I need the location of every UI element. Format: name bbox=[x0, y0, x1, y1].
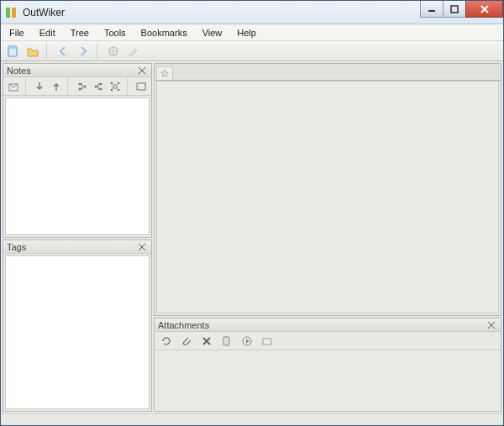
note-tree3-button[interactable] bbox=[108, 78, 122, 95]
svg-line-25 bbox=[139, 244, 145, 250]
open-file-button[interactable] bbox=[24, 43, 41, 60]
app-icon bbox=[4, 6, 18, 19]
editor-tab[interactable] bbox=[156, 66, 173, 80]
svg-line-24 bbox=[139, 244, 145, 250]
attachments-panel-header: Attachments bbox=[155, 318, 501, 332]
svg-rect-7 bbox=[8, 46, 17, 49]
attachments-area[interactable] bbox=[155, 350, 501, 411]
edit-button[interactable] bbox=[125, 43, 142, 60]
svg-point-8 bbox=[109, 47, 118, 55]
maximize-button[interactable] bbox=[443, 1, 466, 18]
toolbar-separator bbox=[127, 78, 129, 95]
tags-panel-title: Tags bbox=[7, 242, 26, 252]
left-column: Notes bbox=[3, 63, 152, 412]
menu-edit[interactable]: Edit bbox=[33, 26, 62, 39]
svg-line-9 bbox=[139, 67, 145, 74]
svg-point-19 bbox=[111, 88, 113, 91]
notes-panel-header: Notes bbox=[3, 64, 151, 77]
svg-line-29 bbox=[203, 338, 210, 344]
svg-point-17 bbox=[100, 87, 102, 90]
svg-point-12 bbox=[78, 82, 81, 85]
new-file-button[interactable] bbox=[4, 43, 21, 60]
svg-point-15 bbox=[95, 85, 97, 87]
notes-panel-close-button[interactable] bbox=[136, 65, 148, 76]
svg-point-21 bbox=[118, 88, 120, 91]
attach-paste-button[interactable] bbox=[218, 333, 235, 350]
tags-panel-close-button[interactable] bbox=[136, 241, 148, 253]
menu-tools[interactable]: Tools bbox=[97, 26, 133, 39]
svg-line-10 bbox=[139, 67, 145, 74]
svg-line-5 bbox=[481, 6, 488, 13]
svg-rect-1 bbox=[12, 8, 16, 18]
note-properties-button[interactable] bbox=[134, 78, 148, 95]
globe-button[interactable] bbox=[105, 43, 122, 60]
menu-view[interactable]: View bbox=[196, 26, 229, 39]
tags-panel: Tags bbox=[3, 239, 152, 412]
svg-rect-30 bbox=[223, 337, 229, 345]
menu-file[interactable]: File bbox=[3, 26, 31, 39]
svg-line-27 bbox=[488, 322, 495, 329]
main-toolbar bbox=[1, 41, 503, 61]
menu-help[interactable]: Help bbox=[230, 26, 263, 39]
notes-panel: Notes bbox=[3, 63, 152, 238]
svg-point-16 bbox=[100, 82, 102, 85]
forward-button[interactable] bbox=[75, 43, 92, 60]
app-window: OutWiker File Edit Tree Tools Bookmarks … bbox=[0, 0, 504, 426]
notes-tree-area[interactable] bbox=[5, 97, 150, 235]
attach-refresh-button[interactable] bbox=[158, 333, 175, 350]
tags-panel-header: Tags bbox=[3, 240, 151, 254]
notes-panel-title: Notes bbox=[7, 66, 31, 76]
svg-point-20 bbox=[118, 82, 120, 84]
svg-rect-23 bbox=[137, 83, 145, 90]
svg-point-13 bbox=[78, 87, 81, 90]
attach-open-folder-button[interactable] bbox=[259, 333, 276, 350]
note-add-button[interactable] bbox=[7, 78, 20, 95]
app-title: OutWiker bbox=[23, 7, 65, 18]
editor-panel bbox=[154, 63, 501, 316]
tags-area[interactable] bbox=[5, 255, 150, 409]
svg-line-28 bbox=[203, 338, 210, 344]
close-button[interactable] bbox=[465, 1, 503, 18]
menu-tree[interactable]: Tree bbox=[64, 26, 96, 39]
minimize-button[interactable] bbox=[420, 1, 444, 18]
window-controls bbox=[421, 1, 503, 18]
menu-bookmarks[interactable]: Bookmarks bbox=[134, 26, 194, 39]
attach-run-button[interactable] bbox=[239, 333, 255, 350]
titlebar: OutWiker bbox=[1, 1, 503, 24]
attach-add-button[interactable] bbox=[178, 333, 195, 350]
svg-rect-3 bbox=[451, 6, 458, 13]
toolbar-separator bbox=[46, 43, 50, 60]
note-tree1-button[interactable] bbox=[76, 78, 89, 95]
editor-area[interactable] bbox=[156, 81, 499, 313]
svg-rect-22 bbox=[113, 85, 117, 88]
svg-point-18 bbox=[111, 82, 113, 84]
svg-rect-0 bbox=[6, 8, 10, 18]
svg-rect-33 bbox=[263, 339, 271, 344]
svg-rect-11 bbox=[9, 84, 18, 91]
back-button[interactable] bbox=[55, 43, 71, 60]
svg-line-4 bbox=[481, 6, 488, 13]
svg-point-32 bbox=[243, 337, 251, 345]
note-tree2-button[interactable] bbox=[92, 78, 106, 95]
note-move-up-button[interactable] bbox=[50, 78, 63, 95]
attachments-toolbar bbox=[155, 332, 501, 350]
workspace: Notes bbox=[1, 61, 503, 413]
attachments-panel-close-button[interactable] bbox=[486, 319, 497, 331]
svg-point-14 bbox=[83, 85, 86, 87]
toolbar-separator bbox=[25, 78, 28, 95]
attachments-panel: Attachments bbox=[154, 318, 501, 412]
note-move-down-button[interactable] bbox=[33, 78, 46, 95]
notes-toolbar bbox=[3, 77, 151, 96]
right-column: Attachments bbox=[154, 63, 501, 412]
svg-rect-31 bbox=[225, 336, 228, 338]
attach-delete-button[interactable] bbox=[198, 333, 215, 350]
statusbar bbox=[1, 413, 503, 425]
toolbar-separator bbox=[67, 78, 70, 95]
star-icon bbox=[160, 69, 170, 79]
menubar: File Edit Tree Tools Bookmarks View Help bbox=[1, 24, 503, 41]
svg-rect-6 bbox=[8, 46, 17, 56]
editor-tab-strip bbox=[155, 64, 501, 81]
svg-line-26 bbox=[488, 322, 495, 329]
toolbar-separator bbox=[97, 43, 100, 60]
attachments-panel-title: Attachments bbox=[158, 320, 209, 330]
